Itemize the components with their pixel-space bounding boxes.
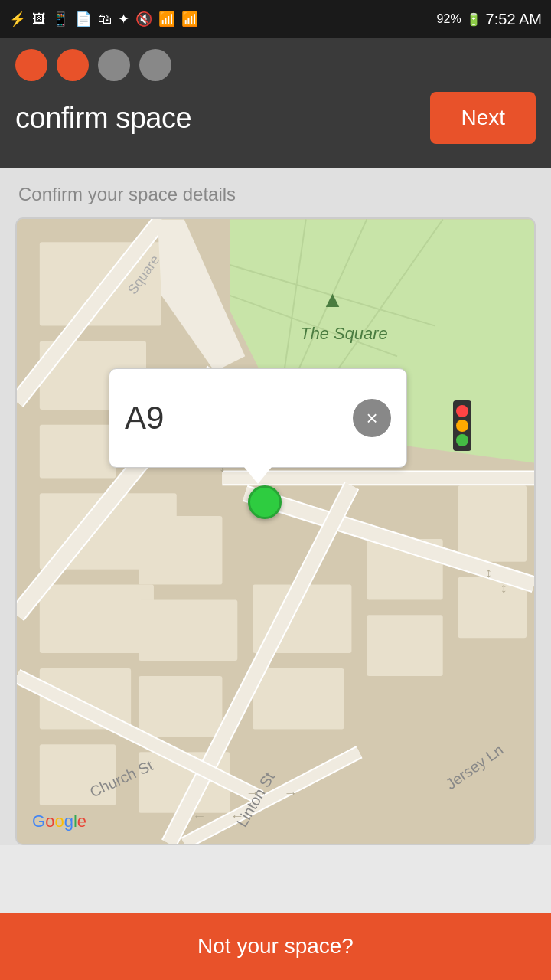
svg-text:←: ← [193, 808, 207, 824]
usb-icon: ⚡ [9, 11, 26, 28]
page-title: confirm space [15, 102, 191, 135]
battery-icon: 🔋 [466, 12, 481, 27]
svg-point-54 [456, 434, 468, 446]
bluetooth-icon: ✦ [118, 11, 129, 28]
map-svg: ▲ The Square Square [17, 219, 534, 844]
svg-rect-22 [367, 615, 442, 676]
svg-rect-20 [253, 668, 344, 730]
svg-rect-17 [139, 676, 222, 737]
battery-percent: 92% [437, 12, 461, 26]
traffic-light [452, 399, 473, 456]
o1-letter: o [45, 812, 54, 831]
progress-dots [15, 49, 536, 81]
google-brand: Google [32, 812, 86, 831]
dot-3 [98, 49, 130, 81]
close-icon: × [366, 407, 377, 430]
popup-close-button[interactable]: × [353, 399, 391, 437]
signal-icon: 📶 [181, 11, 198, 28]
svg-text:↕: ↕ [485, 565, 492, 580]
status-bar: ⚡ 🖼 📱 📄 🛍 ✦ 🔇 📶 📶 92% 🔋 7:52 AM [0, 0, 551, 38]
subtitle: Confirm your space details [15, 184, 536, 205]
svg-rect-16 [139, 599, 237, 661]
location-pin [248, 485, 282, 519]
g2-letter: g [64, 812, 73, 831]
status-icons-left: ⚡ 🖼 📱 📄 🛍 ✦ 🔇 📶 📶 [9, 11, 198, 28]
content: Confirm your space details ▲ The Square [0, 168, 551, 845]
bottom-button-label: Not your space? [197, 934, 354, 959]
popup-label: A9 [125, 400, 164, 436]
svg-text:↕: ↕ [500, 580, 507, 596]
o2-letter: o [54, 812, 64, 831]
dot-4 [139, 49, 171, 81]
wifi-icon: 📶 [158, 11, 175, 28]
sound-icon: 🔇 [135, 11, 152, 28]
dot-1 [15, 49, 47, 81]
next-button[interactable]: Next [430, 92, 536, 144]
svg-text:→: → [284, 786, 298, 801]
image-icon: 🖼 [32, 11, 46, 28]
header-row: confirm space Next [15, 92, 536, 144]
svg-point-53 [456, 420, 468, 432]
bag-icon: 🛍 [98, 11, 112, 28]
not-your-space-button[interactable]: Not your space? [0, 913, 551, 980]
svg-text:The Square: The Square [300, 324, 387, 343]
status-time: 7:52 AM [486, 11, 542, 28]
dot-2 [57, 49, 89, 81]
header: confirm space Next [0, 38, 551, 168]
svg-text:▲: ▲ [321, 286, 344, 312]
svg-rect-23 [458, 485, 527, 561]
tablet-icon: 📱 [52, 11, 69, 28]
svg-point-52 [456, 405, 468, 417]
status-icons-right: 92% 🔋 7:52 AM [437, 11, 542, 28]
map-popup: A9 × [109, 368, 407, 468]
e-letter: e [77, 812, 86, 831]
file-icon: 📄 [75, 11, 92, 28]
svg-rect-10 [40, 425, 116, 479]
map-container: ▲ The Square Square [15, 217, 536, 845]
svg-rect-14 [40, 744, 116, 805]
svg-rect-12 [40, 585, 154, 653]
svg-rect-15 [139, 516, 222, 584]
g-letter: G [32, 812, 45, 831]
